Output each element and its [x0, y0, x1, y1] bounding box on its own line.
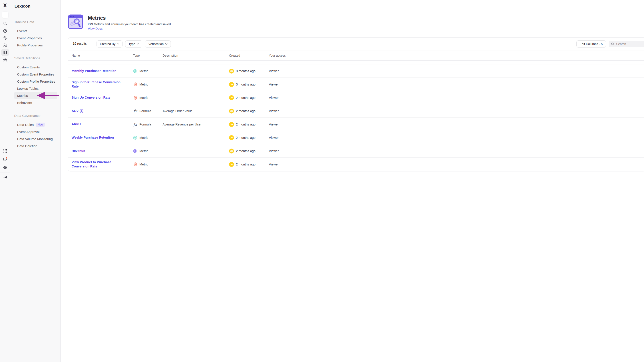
created-time: 2 months ago — [236, 149, 256, 153]
icon-rail: X + — [0, 0, 10, 181]
metric-name-link[interactable]: Monthly Purchaser Retention — [72, 69, 122, 73]
created-cell: JB 2 months ago — [229, 162, 269, 167]
type-cell: Metric — [133, 136, 162, 140]
metric-name-link[interactable]: ARPU — [72, 122, 87, 126]
sidebar-item-label: Events — [17, 29, 27, 33]
creator-avatar[interactable]: JB — [229, 109, 234, 114]
filter-created-by-button[interactable]: Created By — [96, 40, 122, 47]
table-row: Weekly Purchase Retention MetricJB 2 mon… — [68, 131, 322, 144]
metric-hexagon-icon — [133, 82, 138, 87]
sidebar-item-custom-event-properties[interactable]: Custom Event Properties — [14, 71, 57, 78]
column-header-description: Description — [162, 54, 229, 57]
description-cell: Average Revenue per User — [162, 123, 229, 126]
created-time: 2 months ago — [236, 136, 256, 140]
results-count: 16 results — [73, 42, 87, 45]
chevron-down-icon — [117, 43, 119, 45]
new-badge: New — [36, 123, 45, 127]
lexicon-book-icon[interactable] — [1, 49, 9, 56]
sidebar-item-label: Profile Properties — [17, 43, 43, 47]
cohorts-group-icon[interactable] — [3, 58, 7, 62]
partial-scrolled-row — [68, 61, 322, 64]
mixpanel-logo-icon[interactable]: X — [3, 3, 7, 8]
metric-hexagon-icon — [133, 69, 138, 73]
sidebar-item-data-rules[interactable]: Data RulesNew — [14, 121, 57, 128]
filter-type-button[interactable]: Type — [125, 40, 142, 47]
type-label: Metric — [140, 136, 148, 140]
metrics-page-icon — [68, 14, 84, 29]
sidebar-item-data-deletion[interactable]: Data Deletion — [14, 142, 57, 150]
sidebar-item-lookup-tables[interactable]: Lookup Tables — [14, 85, 57, 92]
sidebar-item-custom-profile-properties[interactable]: Custom Profile Properties — [14, 78, 57, 85]
type-label: Formula — [140, 109, 151, 113]
created-cell: JB 3 months ago — [229, 69, 269, 73]
table-row: View Product to Purchase Conversion Rate… — [68, 158, 322, 171]
sidebar-item-custom-events[interactable]: Custom Events — [14, 63, 57, 71]
filter-verification-button[interactable]: Verification — [145, 40, 170, 47]
metric-name-link[interactable]: Weekly Purchase Retention — [72, 136, 120, 140]
page-title: Metrics — [88, 15, 106, 21]
creator-avatar[interactable]: JB — [229, 149, 234, 154]
sidebar-item-events[interactable]: Events — [14, 27, 57, 34]
sidebar-section-tracked-data: Tracked DataEventsEvent PropertiesProfil… — [10, 20, 60, 49]
metric-name-link[interactable]: Sign Up Conversion Rate — [72, 96, 116, 100]
access-cell: Viewer — [269, 69, 322, 73]
discover-compass-icon[interactable] — [3, 29, 7, 33]
search-icon[interactable] — [3, 21, 7, 25]
creator-avatar[interactable]: JB — [229, 135, 234, 140]
section-header: Data Governance — [10, 114, 60, 118]
creator-avatar[interactable]: JB — [229, 95, 234, 100]
apps-grid-icon[interactable] — [3, 149, 7, 153]
created-cell: JB 3 months ago — [229, 82, 269, 87]
sidebar-item-label: Metrics — [17, 94, 28, 98]
created-time: 2 months ago — [236, 96, 256, 100]
create-plus-button[interactable]: + — [2, 11, 8, 18]
filter-label: Created By — [100, 42, 116, 46]
sidebar-item-label: Data Volume Monitoring — [17, 137, 53, 141]
description-cell: Average Order Value — [162, 109, 229, 113]
users-icon[interactable] — [3, 43, 7, 47]
formula-fx-icon: ƒx — [133, 122, 138, 127]
chevron-down-icon — [137, 43, 139, 45]
sidebar-item-behaviors[interactable]: Behaviors — [14, 99, 57, 106]
creator-avatar[interactable]: JB — [229, 162, 234, 167]
sidebar-section-data-governance: Data GovernanceData RulesNewEvent Approv… — [10, 114, 60, 150]
creator-avatar[interactable]: JB — [229, 122, 234, 127]
sidebar-item-event-approval[interactable]: Event Approval — [14, 128, 57, 135]
creator-avatar[interactable]: JB — [229, 82, 234, 87]
page-subtitle: KPI Metrics and Formulas your team has c… — [88, 22, 172, 26]
collapse-arrow-icon[interactable] — [3, 175, 7, 180]
access-cell: Viewer — [269, 96, 322, 100]
sidebar-item-label: Event Properties — [17, 36, 42, 40]
view-docs-link[interactable]: View Docs — [88, 27, 102, 30]
type-label: Metric — [140, 83, 148, 86]
metric-name-link[interactable]: Revenue — [72, 149, 91, 153]
metric-name-link[interactable]: AOV ($) — [72, 109, 90, 113]
creator-avatar[interactable]: JB — [229, 69, 234, 73]
type-label: Formula — [140, 123, 151, 126]
sidebar-item-label: Data Rules — [17, 123, 34, 127]
sidebar-sections: Tracked DataEventsEvent PropertiesProfil… — [10, 20, 60, 150]
metric-name-link[interactable]: Signup to Purchase Conversion Rate — [72, 80, 133, 89]
metric-name-link[interactable]: View Product to Purchase Conversion Rate — [72, 160, 133, 169]
sidebar-item-event-properties[interactable]: Event Properties — [14, 34, 57, 41]
settings-gear-icon[interactable] — [3, 165, 7, 170]
type-cell: ƒxFormula — [133, 109, 162, 113]
column-header-name: Name — [72, 54, 133, 57]
chevron-down-icon — [165, 43, 168, 45]
table-toolbar: 16 results Created ByTypeVerification Ed… — [68, 37, 322, 50]
toolbar-divider — [90, 41, 90, 47]
sidebar-item-label: Custom Profile Properties — [17, 79, 55, 83]
sidebar-item-data-volume-monitoring[interactable]: Data Volume Monitoring — [14, 135, 57, 142]
type-cell: Metric — [133, 162, 162, 167]
metric-hexagon-icon — [133, 96, 138, 100]
metric-hexagon-icon — [133, 149, 138, 153]
created-time: 2 months ago — [236, 109, 256, 113]
table-row: AOV ($)ƒxFormulaAverage Order ValueJB 2 … — [68, 104, 322, 118]
help-question-icon[interactable]: ? — [3, 157, 8, 162]
events-click-icon[interactable] — [3, 36, 7, 40]
type-cell: Metric — [133, 69, 162, 73]
sidebar-item-profile-properties[interactable]: Profile Properties — [14, 41, 57, 49]
sidebar-item-metrics[interactable]: Metrics — [14, 92, 57, 99]
access-cell: Viewer — [269, 149, 322, 153]
created-cell: JB 2 months ago — [229, 95, 269, 100]
